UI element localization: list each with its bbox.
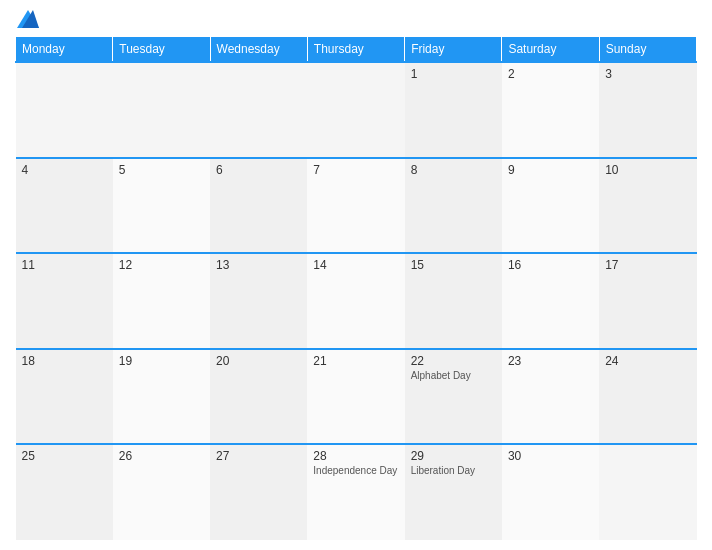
calendar-cell: 7: [307, 158, 404, 254]
day-number: 24: [605, 354, 690, 368]
calendar-cell: 2: [502, 62, 599, 158]
weekday-header: Tuesday: [113, 37, 210, 63]
calendar-cell: 27: [210, 444, 307, 540]
day-number: 11: [22, 258, 107, 272]
calendar-cell: 6: [210, 158, 307, 254]
day-number: 7: [313, 163, 398, 177]
day-number: 8: [411, 163, 496, 177]
calendar-cell: 16: [502, 253, 599, 349]
day-number: 10: [605, 163, 690, 177]
calendar-cell: 29Liberation Day: [405, 444, 502, 540]
calendar-cell: 14: [307, 253, 404, 349]
day-number: 1: [411, 67, 496, 81]
calendar-week-row: 11121314151617: [16, 253, 697, 349]
day-number: 19: [119, 354, 204, 368]
weekday-header: Sunday: [599, 37, 696, 63]
calendar-week-row: 25262728Independence Day29Liberation Day…: [16, 444, 697, 540]
calendar-cell: 17: [599, 253, 696, 349]
day-number: 20: [216, 354, 301, 368]
calendar-cell: 15: [405, 253, 502, 349]
calendar-cell: 3: [599, 62, 696, 158]
calendar-header-row: MondayTuesdayWednesdayThursdayFridaySatu…: [16, 37, 697, 63]
weekday-header: Wednesday: [210, 37, 307, 63]
day-number: 27: [216, 449, 301, 463]
calendar-cell: 12: [113, 253, 210, 349]
weekday-header: Thursday: [307, 37, 404, 63]
day-number: 14: [313, 258, 398, 272]
calendar-week-row: 45678910: [16, 158, 697, 254]
holiday-name: Liberation Day: [411, 465, 496, 476]
calendar-cell: 1: [405, 62, 502, 158]
day-number: 3: [605, 67, 690, 81]
day-number: 16: [508, 258, 593, 272]
calendar-cell: 22Alphabet Day: [405, 349, 502, 445]
holiday-name: Independence Day: [313, 465, 398, 476]
calendar-cell: 25: [16, 444, 113, 540]
calendar-body: 12345678910111213141516171819202122Alpha…: [16, 62, 697, 540]
calendar-cell: 19: [113, 349, 210, 445]
day-number: 13: [216, 258, 301, 272]
calendar-cell: 26: [113, 444, 210, 540]
calendar-cell: 18: [16, 349, 113, 445]
calendar-cell: [210, 62, 307, 158]
logo-icon: [17, 10, 39, 28]
calendar-cell: 9: [502, 158, 599, 254]
calendar-cell: 28Independence Day: [307, 444, 404, 540]
day-number: 30: [508, 449, 593, 463]
logo: [15, 10, 39, 28]
day-number: 23: [508, 354, 593, 368]
calendar-cell: 5: [113, 158, 210, 254]
calendar-cell: 21: [307, 349, 404, 445]
day-number: 17: [605, 258, 690, 272]
day-number: 28: [313, 449, 398, 463]
holiday-name: Alphabet Day: [411, 370, 496, 381]
calendar-cell: 11: [16, 253, 113, 349]
day-number: 18: [22, 354, 107, 368]
calendar-cell: [113, 62, 210, 158]
calendar-cell: 23: [502, 349, 599, 445]
calendar-cell: 13: [210, 253, 307, 349]
day-number: 26: [119, 449, 204, 463]
day-number: 22: [411, 354, 496, 368]
calendar-cell: 10: [599, 158, 696, 254]
weekday-header: Friday: [405, 37, 502, 63]
day-number: 6: [216, 163, 301, 177]
calendar-cell: 4: [16, 158, 113, 254]
calendar-cell: 30: [502, 444, 599, 540]
calendar-header: [15, 10, 697, 28]
day-number: 21: [313, 354, 398, 368]
calendar-cell: [599, 444, 696, 540]
day-number: 4: [22, 163, 107, 177]
day-number: 25: [22, 449, 107, 463]
calendar-cell: 24: [599, 349, 696, 445]
calendar-table: MondayTuesdayWednesdayThursdayFridaySatu…: [15, 36, 697, 540]
calendar-page: MondayTuesdayWednesdayThursdayFridaySatu…: [0, 0, 712, 550]
day-number: 2: [508, 67, 593, 81]
day-number: 5: [119, 163, 204, 177]
calendar-cell: 20: [210, 349, 307, 445]
day-number: 9: [508, 163, 593, 177]
calendar-cell: [16, 62, 113, 158]
day-number: 15: [411, 258, 496, 272]
calendar-week-row: 123: [16, 62, 697, 158]
day-number: 29: [411, 449, 496, 463]
weekday-header: Saturday: [502, 37, 599, 63]
calendar-cell: 8: [405, 158, 502, 254]
calendar-cell: [307, 62, 404, 158]
calendar-week-row: 1819202122Alphabet Day2324: [16, 349, 697, 445]
day-number: 12: [119, 258, 204, 272]
weekday-header: Monday: [16, 37, 113, 63]
